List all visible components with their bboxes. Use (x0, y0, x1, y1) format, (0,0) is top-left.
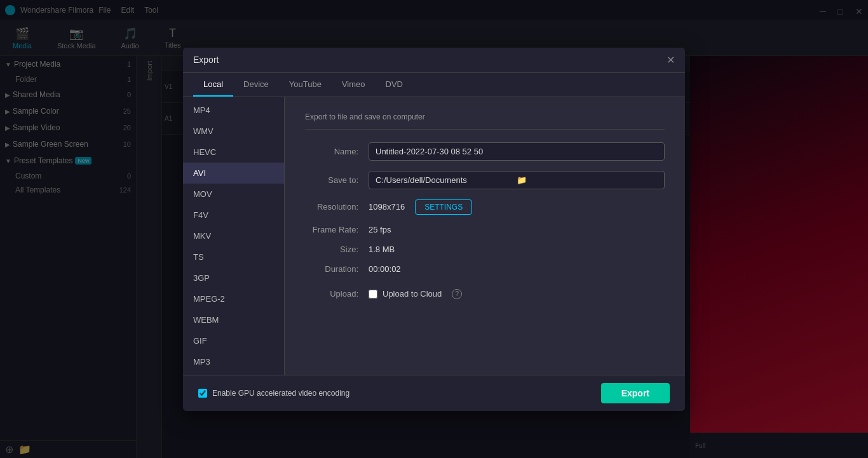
dialog-close-button[interactable]: ✕ (667, 54, 675, 66)
format-f4v[interactable]: F4V (183, 205, 284, 226)
dialog-overlay: Export ✕ Local Device YouTube Vimeo DVD … (0, 0, 868, 458)
resolution-label: Resolution: (305, 202, 369, 212)
format-ts[interactable]: TS (183, 246, 284, 267)
save-to-value: C:/Users/dell/Documents (376, 175, 517, 185)
upload-help-icon[interactable]: ? (452, 289, 462, 299)
dialog-body: MP4 WMV HEVC AVI MOV F4V MKV TS 3GP MPEG… (183, 97, 685, 375)
size-label: Size: (305, 245, 369, 254)
dialog-title-bar: Export ✕ (183, 48, 685, 73)
format-hevc[interactable]: HEVC (183, 142, 284, 163)
save-to-label: Save to: (305, 175, 369, 185)
resolution-row: Resolution: 1098x716 SETTINGS (305, 199, 665, 215)
resolution-value: 1098x716 (369, 202, 405, 212)
export-button[interactable]: Export (601, 383, 670, 403)
save-to-input[interactable]: C:/Users/dell/Documents 📁 (369, 171, 665, 189)
format-mpeg2[interactable]: MPEG-2 (183, 288, 284, 309)
upload-label: Upload: (305, 289, 369, 299)
dialog-tabs: Local Device YouTube Vimeo DVD (183, 73, 685, 97)
format-3gp[interactable]: 3GP (183, 267, 284, 288)
format-list: MP4 WMV HEVC AVI MOV F4V MKV TS 3GP MPEG… (183, 97, 285, 375)
settings-button[interactable]: SETTINGS (415, 199, 472, 215)
tab-device[interactable]: Device (233, 73, 279, 97)
tab-local[interactable]: Local (193, 73, 233, 97)
frame-rate-label: Frame Rate: (305, 225, 369, 234)
export-dialog: Export ✕ Local Device YouTube Vimeo DVD … (183, 48, 685, 411)
format-mov[interactable]: MOV (183, 184, 284, 205)
format-avi[interactable]: AVI (183, 163, 284, 184)
export-settings-panel: Export to file and save on computer Name… (285, 97, 685, 375)
name-field-row: Name: (305, 142, 665, 161)
upload-checkbox-container: Upload to Cloud ? (369, 289, 462, 299)
gpu-checkbox-container: Enable GPU accelerated video encoding (198, 389, 349, 398)
format-wmv[interactable]: WMV (183, 121, 284, 142)
format-gif[interactable]: GIF (183, 330, 284, 351)
name-label: Name: (305, 147, 369, 156)
save-to-field-row: Save to: C:/Users/dell/Documents 📁 (305, 171, 665, 189)
folder-browse-icon[interactable]: 📁 (517, 175, 658, 185)
tab-dvd[interactable]: DVD (376, 73, 413, 97)
gpu-label: Enable GPU accelerated video encoding (212, 389, 349, 398)
duration-label: Duration: (305, 264, 369, 274)
upload-row: Upload: Upload to Cloud ? (305, 289, 665, 299)
size-value: 1.8 MB (369, 245, 395, 254)
format-mkv[interactable]: MKV (183, 226, 284, 246)
format-mp3[interactable]: MP3 (183, 351, 284, 372)
frame-rate-value: 25 fps (369, 225, 391, 234)
duration-row: Duration: 00:00:02 (305, 264, 665, 274)
format-mp4[interactable]: MP4 (183, 100, 284, 121)
dialog-title: Export (193, 55, 219, 65)
upload-to-cloud-label: Upload to Cloud (383, 289, 442, 299)
dialog-footer: Enable GPU accelerated video encoding Ex… (183, 375, 685, 411)
upload-to-cloud-checkbox[interactable] (369, 290, 377, 299)
export-subtitle: Export to file and save on computer (305, 112, 665, 130)
name-input[interactable] (369, 142, 665, 161)
tab-youtube[interactable]: YouTube (279, 73, 332, 97)
tab-vimeo[interactable]: Vimeo (332, 73, 376, 97)
duration-value: 00:00:02 (369, 264, 401, 274)
frame-rate-row: Frame Rate: 25 fps (305, 225, 665, 234)
format-webm[interactable]: WEBM (183, 309, 284, 330)
gpu-checkbox[interactable] (198, 389, 207, 398)
size-row: Size: 1.8 MB (305, 245, 665, 254)
